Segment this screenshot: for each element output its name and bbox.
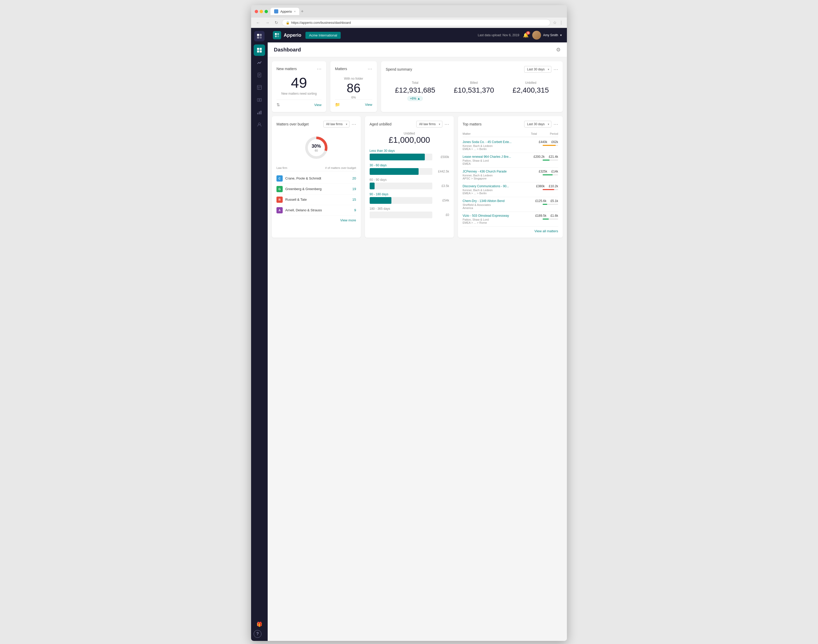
matter-row-inner: Vizio - 503 Olmstead Expressway Patton, …	[463, 214, 558, 224]
bar-fill	[370, 168, 418, 175]
matters-view-link[interactable]: View	[365, 103, 372, 107]
matter-row-inner: Chem-Dry - 1349 Allston Bend Sheffield &…	[463, 199, 558, 210]
matter-amounts: £200.2k £21.4k	[534, 155, 558, 158]
budget-menu-icon[interactable]: ⋯	[352, 121, 356, 127]
bar-fill	[370, 182, 375, 189]
top-matters-header-right: Last 30 days ⋯	[524, 121, 558, 127]
spend-badge-text: +6%	[410, 97, 416, 100]
browser-window: Apperio × + ← → ↻ 🔒 https://apperio.com/…	[251, 5, 567, 641]
matter-bar-fill	[543, 174, 553, 175]
top-navigation: Apperio Acme International Last data upl…	[268, 28, 567, 42]
matter-bar-fill	[543, 145, 556, 146]
matters-card: Matters ⋯ With no folder 86 6% 📁 View	[330, 61, 377, 112]
matter-period: £1.6k	[550, 214, 558, 218]
user-menu[interactable]: Amy Smith ▾	[532, 31, 562, 40]
sidebar-item-budgets[interactable]	[254, 82, 265, 93]
notifications-button[interactable]: 🔔 6	[523, 32, 529, 38]
sidebar-item-documents[interactable]	[254, 69, 265, 81]
svg-rect-4	[257, 48, 259, 50]
spend-total-col: Total £12,931,685 +6% ▲	[395, 81, 435, 101]
spend-billed-amount: £10,531,370	[454, 86, 494, 94]
matter-bar-wrapper	[535, 204, 558, 205]
matter-period: £5.1k	[550, 199, 558, 203]
top-matters-dropdown-wrapper[interactable]: Last 30 days	[524, 121, 551, 127]
svg-rect-2	[257, 37, 259, 38]
matter-name[interactable]: Vizio - 503 Olmstead Expressway	[463, 214, 535, 218]
matter-name[interactable]: Discovery Communications - 90...	[463, 184, 536, 188]
firm-name: Greenberg & Greenberg	[285, 187, 352, 191]
matters-menu-icon[interactable]: ⋯	[367, 66, 372, 72]
unbilled-amount: £1,000,000	[370, 135, 449, 145]
matter-bar-background	[543, 219, 558, 219]
bar-row: £0	[370, 212, 449, 218]
bar-value: £54k	[435, 199, 449, 202]
bookmark-icon[interactable]: ☆	[553, 20, 557, 25]
new-matters-subtitle: New matters need sorting	[277, 92, 321, 95]
aged-header-right: All law firms ⋯	[416, 121, 449, 127]
back-button[interactable]: ←	[255, 20, 261, 26]
sidebar-item-analytics[interactable]	[254, 57, 265, 68]
matter-bar-wrapper	[537, 145, 558, 146]
matter-bar-fill	[543, 189, 554, 190]
menu-icon[interactable]: ⋮	[559, 20, 563, 25]
budget-th-count: # of matters over budget	[325, 166, 356, 169]
matter-name[interactable]: Chem-Dry - 1349 Allston Bend	[463, 199, 535, 203]
new-matters-view-link[interactable]: View	[314, 103, 321, 107]
new-matters-menu-icon[interactable]: ⋯	[317, 66, 321, 72]
firm-avatar: G	[277, 186, 283, 192]
aged-card-header: Aged unbilled All law firms ⋯	[370, 121, 449, 127]
minimize-dot[interactable]	[260, 10, 263, 13]
close-dot[interactable]	[255, 10, 258, 13]
budget-dropdown-wrapper[interactable]: All law firms	[323, 121, 349, 127]
url-bar[interactable]: 🔒 https://apperio.com/business/dashboard	[282, 19, 550, 26]
aged-dropdown-wrapper[interactable]: All law firms	[416, 121, 443, 127]
svg-rect-18	[259, 112, 260, 114]
view-all-matters-link[interactable]: View all matters	[463, 227, 558, 233]
refresh-button[interactable]: ↻	[273, 20, 279, 26]
firm-count: 15	[352, 198, 356, 201]
firm-avatar: R	[277, 196, 283, 203]
aged-bar-section: Less than 30 days £500k	[370, 149, 449, 160]
view-more-link[interactable]: View more	[277, 216, 356, 222]
budget-firm-dropdown[interactable]: All law firms	[323, 121, 349, 127]
active-tab[interactable]: Apperio ×	[271, 8, 299, 15]
spend-unbilled-col: Unbilled £2,400,315	[512, 81, 549, 101]
aged-bar-section: 180 - 365 days £0	[370, 207, 449, 218]
spend-period-dropdown[interactable]: Last 30 days	[524, 66, 551, 73]
aged-menu-icon[interactable]: ⋯	[444, 121, 449, 127]
sidebar-item-help[interactable]: ?	[254, 630, 261, 638]
matter-info: JCPenney - 436 Church Parade Kenner, Bac…	[463, 170, 537, 180]
sidebar-item-gift[interactable]: 🎁	[254, 619, 265, 630]
top-matters-menu-icon[interactable]: ⋯	[554, 121, 558, 127]
new-matters-title: New matters	[277, 67, 297, 71]
tab-close-btn[interactable]: ×	[294, 10, 295, 13]
spend-title: Spend summary	[386, 67, 412, 71]
top-matters-card: Top matters Last 30 days ⋯	[458, 116, 563, 238]
aged-bar-section: 90 - 180 days £54k	[370, 192, 449, 204]
forward-button[interactable]: →	[264, 20, 271, 26]
sidebar-item-users[interactable]	[254, 119, 265, 130]
spend-card-header: Spend summary Last 30 days ⋯	[386, 66, 558, 73]
svg-rect-15	[257, 98, 261, 101]
sort-icon[interactable]: ⇅	[277, 103, 280, 107]
svg-rect-19	[260, 111, 261, 114]
company-selector[interactable]: Acme International	[306, 32, 341, 39]
new-tab-btn[interactable]: +	[301, 9, 304, 14]
sidebar-item-spend[interactable]	[254, 94, 265, 106]
matter-name[interactable]: Lease renewal 964 Charles J Bre...	[463, 155, 534, 158]
bar-label: Less than 30 days	[370, 149, 449, 153]
spend-menu-icon[interactable]: ⋯	[554, 66, 558, 72]
matter-name[interactable]: Jones Soda Co. - 45 Corbett Exte...	[463, 140, 537, 144]
budget-table-row: R Russell & Tate 15	[277, 195, 356, 205]
matter-firm: Sheffield & Associates	[463, 203, 535, 206]
matter-name[interactable]: JCPenney - 436 Church Parade	[463, 170, 537, 173]
sidebar-item-charts[interactable]	[254, 107, 265, 118]
matter-location: EMEA	[463, 162, 534, 165]
sidebar-item-dashboard[interactable]	[254, 44, 265, 56]
matter-info: Vizio - 503 Olmstead Expressway Patton, …	[463, 214, 535, 224]
maximize-dot[interactable]	[264, 10, 268, 13]
aged-firm-dropdown[interactable]: All law firms	[416, 121, 443, 127]
spend-dropdown-wrapper[interactable]: Last 30 days	[524, 66, 551, 73]
top-matters-period-dropdown[interactable]: Last 30 days	[524, 121, 551, 127]
settings-button[interactable]: ⚙	[556, 46, 561, 53]
